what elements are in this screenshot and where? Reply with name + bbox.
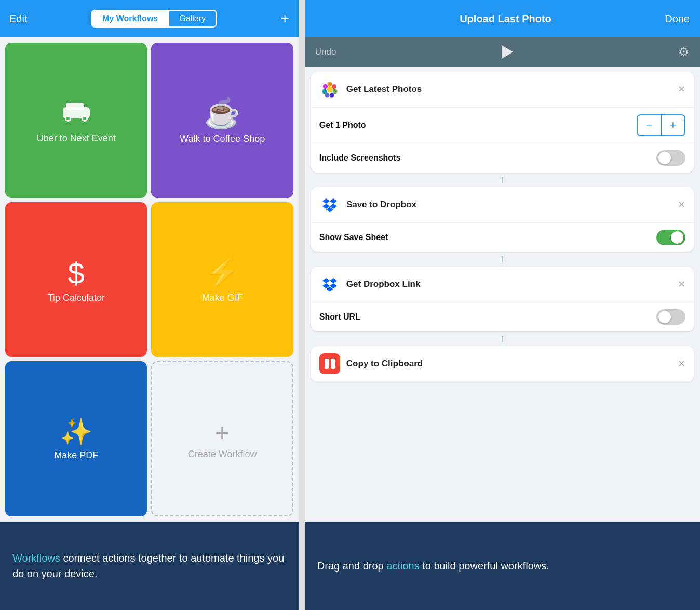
- gear-icon[interactable]: ⚙: [678, 45, 690, 59]
- edit-button[interactable]: Edit: [9, 13, 27, 25]
- include-screenshots-toggle[interactable]: [656, 150, 685, 166]
- show-save-sheet-label: Show Save Sheet: [319, 233, 650, 242]
- get-photo-count-row: Get 1 Photo − +: [311, 108, 694, 143]
- toggle-thumb-3: [658, 311, 671, 323]
- short-url-label: Short URL: [319, 312, 650, 322]
- svg-point-5: [83, 117, 86, 120]
- svg-rect-16: [325, 359, 329, 364]
- svg-rect-1: [66, 103, 84, 110]
- left-header: Edit My Workflows Gallery +: [0, 0, 299, 37]
- dropbox-save-icon-wrap: [319, 194, 340, 215]
- short-url-row: Short URL: [311, 302, 694, 331]
- dropbox-link-title: Get Dropbox Link: [346, 279, 671, 289]
- action-card-copy-clipboard: Copy to Clipboard ✕: [311, 346, 694, 382]
- actions-highlight: actions: [386, 560, 419, 572]
- include-screenshots-label: Include Screenshots: [319, 153, 650, 163]
- left-footer-text: Workflows connect actions together to au…: [12, 550, 286, 581]
- actions-list: Get Latest Photos ✕ Get 1 Photo − + Incl…: [305, 67, 700, 522]
- gif-tile-label: Make GIF: [197, 293, 248, 303]
- photos-action-title: Get Latest Photos: [346, 84, 671, 95]
- workflows-highlight: Workflows: [12, 552, 60, 564]
- workflow-tile-uber[interactable]: Uber to Next Event: [5, 43, 147, 198]
- connector-1: [502, 177, 503, 183]
- right-panel: Upload Last Photo Done Undo ⚙: [305, 0, 700, 610]
- dollar-icon: $: [68, 256, 85, 290]
- left-panel: Edit My Workflows Gallery + Uber to Next…: [0, 0, 299, 610]
- stepper-minus-button[interactable]: −: [638, 115, 661, 135]
- action-header-dropbox-link: Get Dropbox Link ✕: [311, 267, 694, 302]
- action-header-photos: Get Latest Photos ✕: [311, 72, 694, 108]
- action-header-clipboard: Copy to Clipboard ✕: [311, 346, 694, 382]
- left-footer: Workflows connect actions together to au…: [0, 522, 299, 610]
- workflow-tile-gif[interactable]: ⚡ Make GIF: [151, 202, 293, 357]
- photo-count-stepper[interactable]: − +: [637, 114, 685, 136]
- uber-tile-label: Uber to Next Event: [32, 133, 121, 144]
- connector-2: [502, 256, 503, 262]
- action-card-save-dropbox: Save to Dropbox ✕ Show Save Sheet: [311, 187, 694, 252]
- car-icon: [61, 97, 92, 128]
- gallery-tab[interactable]: Gallery: [169, 11, 216, 26]
- workflow-tile-tip[interactable]: $ Tip Calculator: [5, 202, 147, 357]
- undo-label[interactable]: Undo: [315, 47, 336, 57]
- connector-3: [502, 336, 503, 342]
- play-triangle-icon[interactable]: [502, 45, 513, 59]
- action-header-dropbox-save: Save to Dropbox ✕: [311, 187, 694, 223]
- done-button[interactable]: Done: [665, 13, 690, 25]
- toggle-thumb-2: [671, 231, 683, 244]
- right-footer: Drag and drop actions to build powerful …: [305, 522, 700, 610]
- clipboard-action-title: Copy to Clipboard: [346, 359, 671, 369]
- lightning-icon: ⚡: [204, 255, 241, 290]
- svg-point-7: [327, 82, 332, 87]
- drop-word: and drop: [343, 560, 387, 572]
- right-footer-suffix: to build powerful workflows.: [420, 560, 549, 572]
- svg-point-9: [332, 89, 337, 94]
- tip-tile-label: Tip Calculator: [43, 293, 110, 303]
- segment-control: My Workflows Gallery: [91, 10, 217, 28]
- right-header: Upload Last Photo Done: [305, 0, 700, 37]
- dropbox-link-icon-wrap: [319, 274, 340, 295]
- close-clipboard-button[interactable]: ✕: [678, 358, 685, 369]
- drag-word: Drag: [317, 560, 343, 572]
- workflow-tile-pdf[interactable]: ✨ Make PDF: [5, 361, 147, 516]
- add-workflow-button[interactable]: +: [280, 11, 289, 26]
- panel-gap: [299, 0, 305, 610]
- play-button[interactable]: [340, 45, 674, 59]
- action-card-get-latest-photos: Get Latest Photos ✕ Get 1 Photo − + Incl…: [311, 72, 694, 173]
- svg-point-8: [332, 84, 336, 89]
- workflow-tile-walk[interactable]: ☕ Walk to Coffee Shop: [151, 43, 293, 198]
- pdf-tile-label: Make PDF: [49, 450, 103, 461]
- clipboard-icon-wrap: [319, 353, 340, 374]
- svg-rect-15: [331, 359, 335, 369]
- svg-point-4: [66, 117, 70, 120]
- svg-point-13: [323, 84, 328, 89]
- right-footer-text: Drag and drop actions to build powerful …: [317, 558, 549, 574]
- toggle-thumb: [658, 152, 671, 164]
- workflow-tile-create[interactable]: + Create Workflow: [151, 361, 293, 516]
- get-photo-label: Get 1 Photo: [319, 121, 630, 130]
- dropbox-save-title: Save to Dropbox: [346, 200, 671, 210]
- my-workflows-tab[interactable]: My Workflows: [92, 11, 168, 26]
- show-save-sheet-row: Show Save Sheet: [311, 223, 694, 252]
- stepper-plus-button[interactable]: +: [662, 115, 684, 135]
- wand-icon: ✨: [60, 417, 92, 447]
- workflow-grid: Uber to Next Event ☕ Walk to Coffee Shop…: [0, 37, 299, 522]
- walk-tile-label: Walk to Coffee Shop: [174, 134, 270, 144]
- photos-icon-wrap: [319, 79, 340, 100]
- create-tile-label: Create Workflow: [183, 449, 262, 460]
- show-save-sheet-toggle[interactable]: [656, 230, 685, 245]
- toolbar-bar: Undo ⚙: [305, 37, 700, 67]
- short-url-toggle[interactable]: [656, 309, 685, 325]
- close-photos-button[interactable]: ✕: [678, 84, 685, 95]
- coffee-icon: ☕: [204, 96, 240, 130]
- action-card-get-dropbox-link: Get Dropbox Link ✕ Short URL: [311, 267, 694, 331]
- svg-point-12: [322, 89, 327, 94]
- svg-point-10: [329, 93, 334, 98]
- close-dropbox-save-button[interactable]: ✕: [678, 199, 685, 210]
- workflow-title: Upload Last Photo: [346, 13, 665, 25]
- close-dropbox-link-button[interactable]: ✕: [678, 279, 685, 290]
- include-screenshots-row: Include Screenshots: [311, 143, 694, 173]
- plus-icon: +: [215, 418, 230, 447]
